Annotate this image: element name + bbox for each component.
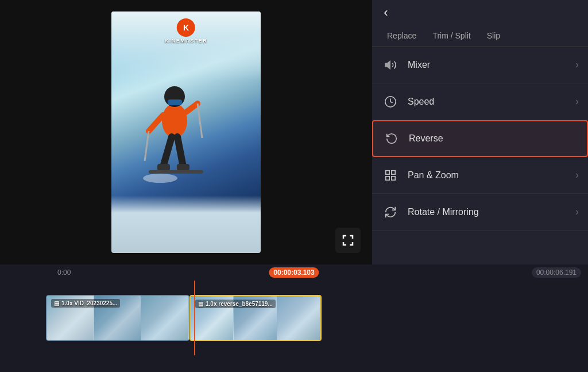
back-icon: ‹ bbox=[384, 6, 388, 19]
skier-figure bbox=[129, 46, 220, 218]
menu-item-mixer[interactable]: Mixer › bbox=[372, 47, 588, 83]
clip-2-label: ▤ 1.0x reverse_b8e57119... bbox=[195, 300, 276, 308]
clip-icon: ▤ bbox=[54, 300, 59, 306]
fullscreen-icon bbox=[341, 233, 355, 247]
time-start: 0:00 bbox=[57, 269, 71, 277]
video-frame: K KINEMASTER bbox=[111, 11, 261, 253]
clip-1-label: ▤ 1.0x VID_20230225... bbox=[51, 299, 120, 308]
clip-thumbnail-2c bbox=[277, 296, 320, 340]
mixer-label: Mixer bbox=[408, 60, 575, 70]
fullscreen-button[interactable] bbox=[335, 228, 361, 253]
clip-thumbnail-1c bbox=[141, 296, 189, 340]
menu-item-pan-zoom[interactable]: Pan & Zoom › bbox=[372, 157, 588, 194]
timeline-area: 0:00 00:00:03.103 00:00:06.191 ▤ 1.0x VI… bbox=[0, 264, 588, 372]
svg-rect-17 bbox=[386, 170, 389, 174]
reverse-label: Reverse bbox=[409, 133, 578, 144]
svg-point-14 bbox=[143, 174, 177, 183]
kinemaster-logo: K KINEMASTER bbox=[165, 18, 208, 44]
svg-rect-18 bbox=[392, 170, 395, 174]
timeline-ruler: 0:00 00:00:03.103 00:00:06.191 bbox=[0, 264, 588, 281]
timeline-tracks: ▤ 1.0x VID_20230225... ▤ 1.0x reverse_b8… bbox=[0, 281, 588, 355]
volume-icon bbox=[381, 56, 400, 74]
clip-2-icon: ▤ bbox=[198, 301, 203, 307]
speed-icon bbox=[381, 93, 400, 111]
tab-trim-split[interactable]: Trim / Split bbox=[424, 25, 478, 46]
tab-bar: Replace Trim / Split Slip bbox=[372, 25, 588, 47]
clip-1[interactable]: ▤ 1.0x VID_20230225... bbox=[46, 295, 189, 341]
clip-2[interactable]: ▤ 1.0x reverse_b8e57119... bbox=[189, 295, 322, 341]
svg-rect-19 bbox=[392, 176, 395, 179]
menu-item-speed[interactable]: Speed › bbox=[372, 83, 588, 120]
snow-ground bbox=[111, 195, 261, 253]
rotate-chevron: › bbox=[575, 206, 579, 218]
pan-zoom-label: Pan & Zoom bbox=[408, 170, 575, 181]
time-end: 00:00:06.191 bbox=[532, 267, 581, 278]
video-preview: K KINEMASTER bbox=[0, 0, 372, 264]
svg-marker-15 bbox=[385, 61, 390, 68]
svg-point-1 bbox=[162, 103, 187, 138]
svg-rect-10 bbox=[157, 164, 170, 171]
pan-zoom-icon bbox=[381, 166, 400, 185]
speed-label: Speed bbox=[408, 97, 575, 107]
svg-rect-3 bbox=[168, 99, 182, 105]
pan-zoom-chevron: › bbox=[575, 169, 579, 181]
speed-chevron: › bbox=[575, 95, 579, 108]
right-panel: ‹ Replace Trim / Split Slip Mixer › bbox=[372, 0, 588, 264]
time-current: 00:00:03.103 bbox=[269, 267, 319, 278]
mixer-chevron: › bbox=[575, 59, 579, 71]
logo-circle: K bbox=[177, 18, 195, 37]
menu-item-reverse[interactable]: Reverse bbox=[372, 120, 588, 157]
tab-replace[interactable]: Replace bbox=[379, 25, 424, 46]
playhead-line bbox=[194, 281, 195, 355]
back-button[interactable]: ‹ bbox=[372, 0, 400, 25]
tab-slip[interactable]: Slip bbox=[479, 25, 508, 46]
rotate-label: Rotate / Mirroring bbox=[408, 207, 575, 217]
logo-text: KINEMASTER bbox=[165, 38, 208, 44]
svg-rect-13 bbox=[172, 170, 203, 174]
menu-item-rotate[interactable]: Rotate / Mirroring › bbox=[372, 194, 588, 231]
svg-rect-20 bbox=[386, 176, 389, 179]
svg-rect-11 bbox=[177, 164, 189, 171]
reverse-icon bbox=[382, 129, 401, 148]
rotate-icon bbox=[381, 203, 400, 221]
menu-list: Mixer › Speed › bbox=[372, 47, 588, 264]
